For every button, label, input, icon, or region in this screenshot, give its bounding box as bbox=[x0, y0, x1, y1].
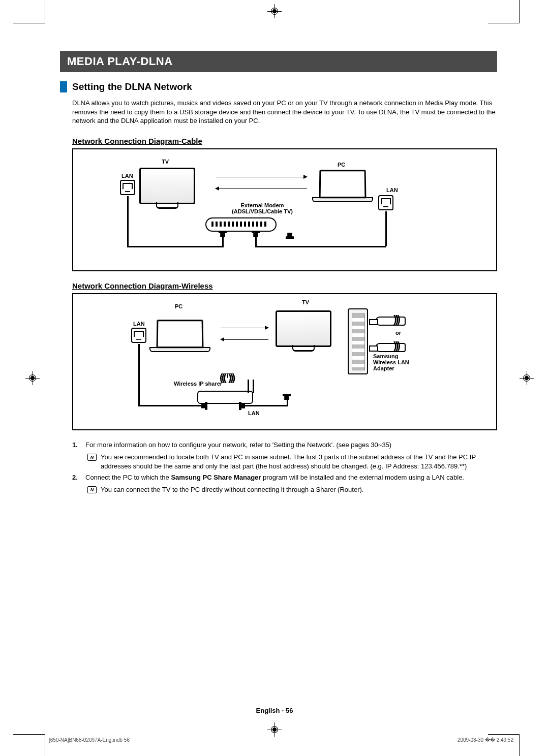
item-number: 2. bbox=[72, 473, 85, 482]
sub-heading-cable: Network Connection Diagram-Cable bbox=[72, 137, 497, 145]
lan-port-icon bbox=[378, 195, 393, 210]
note-text: You are recommended to locate both TV an… bbox=[101, 453, 497, 471]
diagram-wireless: PC TV LAN LAN Wireless IP sharer or Sams… bbox=[72, 293, 497, 430]
registration-mark-icon bbox=[267, 4, 282, 18]
lan-label-left: LAN bbox=[121, 173, 133, 179]
wireless-dongle-icon bbox=[375, 343, 406, 352]
item-text: For more information on how to configure… bbox=[85, 440, 497, 450]
router-label: Wireless IP sharer bbox=[174, 381, 222, 387]
bidirectional-arrow-icon bbox=[221, 328, 268, 340]
tv-icon bbox=[276, 310, 331, 347]
modem-label: External Modem (ADSL/VDSL/Cable TV) bbox=[222, 202, 303, 214]
list-item: 1. For more information on how to config… bbox=[72, 440, 497, 450]
cable-line bbox=[138, 344, 140, 406]
or-label: or bbox=[395, 330, 401, 336]
pc-label: PC bbox=[338, 162, 345, 168]
lan-label-bottom: LAN bbox=[248, 410, 260, 416]
chapter-title-bar: MEDIA PLAY-DLNA bbox=[60, 51, 497, 72]
wireless-waves-icon: ((( ᴵ ))) bbox=[220, 371, 234, 384]
section-accent-icon bbox=[60, 81, 67, 92]
wireless-waves-icon: ))) bbox=[393, 313, 399, 325]
tv-label: TV bbox=[162, 159, 169, 165]
note-row: N You are recommended to locate both TV … bbox=[87, 453, 497, 471]
item-text: Connect the PC to which the Samsung PC S… bbox=[85, 473, 497, 482]
crop-mark bbox=[488, 734, 520, 735]
cable-line bbox=[127, 246, 224, 247]
crop-mark bbox=[488, 23, 520, 23]
cable-line bbox=[255, 246, 386, 247]
plug-icon bbox=[283, 394, 291, 400]
page-footer: English - 56 bbox=[256, 707, 293, 714]
crop-mark bbox=[13, 23, 45, 23]
lan-port-icon bbox=[120, 180, 135, 195]
print-timestamp: 2009-03-30 �� 2:49:52 bbox=[458, 737, 513, 743]
print-metadata-line: [650-NA]BN68-02097A-Eng.indb 56 2009-03-… bbox=[0, 737, 549, 743]
section-heading: Setting the DLNA Network bbox=[60, 81, 497, 92]
wireless-dongle-icon bbox=[375, 317, 406, 326]
intro-paragraph: DLNA allows you to watch pictures, music… bbox=[72, 99, 497, 125]
page-content: MEDIA PLAY-DLNA Setting the DLNA Network… bbox=[60, 51, 497, 497]
diagram-cable: TV PC LAN LAN External Modem (ADSL/VDSL/… bbox=[72, 148, 497, 271]
pc-label: PC bbox=[175, 303, 182, 309]
adapter-label: Samsung Wireless LAN Adapter bbox=[373, 353, 414, 371]
plug-icon bbox=[252, 231, 260, 237]
section-title: Setting the DLNA Network bbox=[72, 81, 192, 92]
note-row: N You can connect the TV to the PC direc… bbox=[87, 485, 497, 494]
crop-mark bbox=[519, 0, 520, 23]
print-file-info: [650-NA]BN68-02097A-Eng.indb 56 bbox=[49, 737, 130, 743]
laptop-icon bbox=[149, 320, 210, 355]
cable-line bbox=[242, 405, 288, 406]
crop-mark bbox=[45, 0, 45, 23]
lan-label-right: LAN bbox=[386, 187, 398, 193]
plug-icon bbox=[286, 233, 294, 239]
plug-icon bbox=[219, 231, 227, 237]
cable-line bbox=[138, 405, 205, 406]
lan-port-icon bbox=[131, 328, 146, 343]
bidirectional-arrow-icon bbox=[216, 177, 307, 189]
note-icon: N bbox=[87, 486, 97, 493]
chapter-title: MEDIA PLAY-DLNA bbox=[67, 55, 173, 68]
tv-icon bbox=[139, 168, 195, 204]
sub-heading-wireless: Network Connection Diagram-Wireless bbox=[72, 281, 497, 290]
crop-mark bbox=[13, 734, 45, 735]
modem-icon bbox=[205, 217, 277, 232]
registration-mark-icon bbox=[520, 371, 534, 385]
registration-mark-icon bbox=[25, 371, 40, 385]
tv-back-panel-icon bbox=[348, 308, 368, 374]
note-text: You can connect the TV to the PC directl… bbox=[101, 485, 497, 494]
laptop-icon bbox=[312, 170, 373, 205]
lan-label-left: LAN bbox=[133, 321, 145, 327]
item-number: 1. bbox=[72, 440, 85, 450]
wireless-waves-icon: ))) bbox=[393, 340, 399, 352]
registration-mark-icon bbox=[267, 722, 282, 737]
instruction-list: 1. For more information on how to config… bbox=[72, 440, 497, 495]
cable-line bbox=[127, 196, 129, 247]
note-icon: N bbox=[87, 454, 97, 461]
tv-label: TV bbox=[302, 299, 309, 305]
cable-line bbox=[385, 211, 387, 246]
list-item: 2. Connect the PC to which the Samsung P… bbox=[72, 473, 497, 482]
